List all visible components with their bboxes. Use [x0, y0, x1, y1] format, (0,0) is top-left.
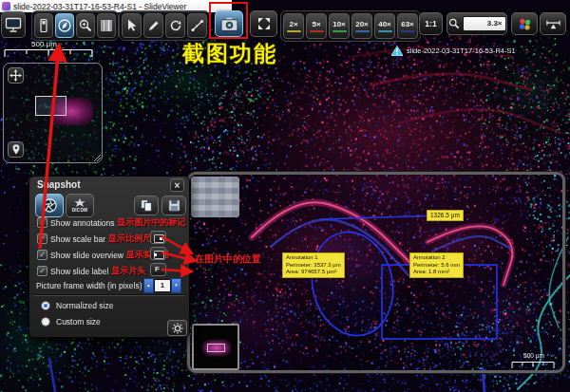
scalebar-cn-note: 显示比例尺 — [108, 233, 151, 245]
warning-icon — [391, 46, 403, 56]
zoom-2x-label: 2× — [289, 20, 297, 28]
overview-position-button[interactable] — [150, 247, 166, 260]
snapshot-mode-button[interactable] — [35, 194, 64, 217]
magnification-group: 2× 5× 10× 20× 40× 63× — [280, 10, 421, 42]
slideviewer-window: 500 μm 1326.5 μm Annotation 1 Perimeter:… — [0, 0, 570, 392]
frame-width-down-button[interactable]: ▼ — [171, 278, 181, 293]
preview-scale-label: 500 μm — [513, 352, 555, 359]
slide-tool-button[interactable] — [34, 13, 53, 38]
gear-icon — [172, 323, 183, 334]
display-settings-button[interactable] — [1, 11, 26, 38]
barcode-icon — [99, 18, 114, 33]
annotation-2-label: Annotation 2 Perimeter: 5.6 mm Area: 1.8… — [409, 252, 464, 278]
frame-width-up-button[interactable]: ▲ — [143, 278, 154, 293]
pin-icon — [10, 143, 22, 156]
frame-width-spinner: ▲ 1 ▼ — [143, 278, 181, 293]
annotation-2-perimeter: Perimeter: 5.6 mm — [413, 262, 460, 270]
annotation-1-label: Annotation 1 Perimeter: 3537.3 μm Area: … — [282, 252, 345, 278]
snapshot-settings-button[interactable] — [167, 320, 187, 336]
draw-annotation-button[interactable] — [143, 13, 163, 38]
snapshot-close-button[interactable]: × — [170, 178, 184, 192]
window-title: slide-2022-03-31T17-16-53-R4-S1 - SlideV… — [13, 2, 186, 11]
magnifier-icon — [78, 18, 93, 33]
snapshot-dialog-title: Snapshot — [37, 179, 81, 190]
levels-adjust-button[interactable] — [540, 12, 566, 35]
zoom-63x-label: 63× — [401, 20, 414, 28]
show-annotations-row: ✓ Show annotations 显示图片中的标记 — [37, 216, 186, 229]
custom-size-option[interactable]: Custom size — [41, 316, 101, 327]
zoom-40x-button[interactable]: 40× — [374, 13, 395, 39]
show-scalebar-row: ✓ Show scale bar 显示比例尺 — [37, 233, 151, 245]
normalized-size-option[interactable]: Normalized size — [41, 300, 113, 311]
resize-handle[interactable] — [92, 153, 102, 162]
show-annotations-checkbox[interactable]: ✓ — [37, 217, 48, 228]
zoom-5x-button[interactable]: 5× — [306, 13, 327, 39]
snapshot-dialog: Snapshot × DICOM ✓ Show annota — [28, 176, 190, 338]
corner-dot — [154, 253, 157, 256]
zoom-level-input[interactable]: 3.3× — [463, 16, 506, 31]
slide-overview-panel — [3, 63, 103, 163]
measure-tool-button[interactable] — [187, 13, 207, 38]
pan-mode-button[interactable] — [8, 67, 24, 84]
select-annotation-button[interactable] — [122, 13, 142, 38]
zoom-20x-button[interactable]: 20× — [352, 13, 372, 39]
overview-viewport-rect[interactable] — [35, 96, 66, 116]
zoom-2x-button[interactable]: 2× — [283, 13, 304, 39]
zoom-tool-button[interactable] — [76, 13, 95, 38]
channel-colors-button[interactable] — [511, 12, 538, 35]
dicom-mode-button[interactable]: DICOM — [66, 194, 94, 217]
zoom-63x-underline — [401, 30, 415, 32]
custom-size-label: Custom size — [56, 317, 101, 327]
slidelabel-cn-note: 显示片头 — [111, 265, 145, 277]
rotate-icon — [168, 18, 183, 33]
save-snapshot-button[interactable] — [162, 196, 186, 215]
shutter-icon — [42, 197, 58, 214]
preview-slide-overview — [192, 324, 239, 370]
show-overview-checkbox[interactable]: ✓ — [37, 250, 48, 260]
transform-annotation-button[interactable] — [165, 13, 185, 38]
monitor-icon — [5, 17, 22, 33]
overview-navigator-button[interactable] — [55, 13, 74, 38]
annotations-cn-note: 显示图片中的标记 — [118, 216, 186, 229]
barcode-button[interactable] — [97, 13, 116, 38]
normalized-size-radio[interactable] — [41, 301, 50, 310]
position-cn-note: 在图片中的位置 — [195, 252, 261, 266]
navigation-tool-group — [31, 10, 119, 41]
scalebar-position-button[interactable] — [150, 231, 166, 244]
compass-icon — [57, 18, 72, 33]
copy-icon — [139, 198, 154, 213]
annotation-1-title: Annotation 1 — [286, 254, 341, 262]
zoom-63x-button[interactable]: 63× — [397, 13, 418, 39]
annotation-tool-group — [119, 10, 210, 41]
move-icon — [10, 69, 22, 82]
show-slidelabel-checkbox[interactable]: ✓ — [37, 266, 48, 276]
fullscreen-icon — [256, 16, 272, 31]
zoom-20x-label: 20× — [355, 20, 369, 28]
slide-name-badge: slide-2022-03-31T17-16-53-R4-S1 — [391, 46, 516, 56]
measurement-label: 1326.5 μm — [427, 210, 464, 221]
annotation-2-area: Area: 1.8 mm² — [413, 269, 460, 276]
show-scalebar-label: Show scale bar — [50, 234, 105, 244]
zoom-10x-underline — [332, 30, 347, 32]
actual-size-label: 1:1 — [425, 19, 436, 28]
overview-scale-label: 500 μm — [31, 40, 57, 48]
actual-size-button[interactable]: 1:1 — [419, 12, 443, 35]
slide-name-text: slide-2022-03-31T17-16-53-R4-S1 — [407, 47, 516, 55]
slidelabel-position-button[interactable]: F — [150, 263, 166, 276]
custom-size-radio[interactable] — [41, 317, 50, 327]
copy-to-clipboard-button[interactable] — [134, 196, 159, 215]
pointer-icon — [124, 18, 140, 33]
locate-position-button[interactable] — [8, 141, 24, 158]
dialog-divider — [33, 294, 185, 296]
rgb-channels-icon — [517, 16, 533, 32]
fullscreen-button[interactable] — [250, 10, 277, 37]
levels-icon — [545, 17, 561, 31]
show-scalebar-checkbox[interactable]: ✓ — [37, 233, 48, 244]
annotation-1-perimeter: Perimeter: 3537.3 μm — [286, 262, 341, 270]
snapshot-highlight-box — [209, 2, 248, 39]
slide-icon — [36, 18, 51, 33]
frame-width-value[interactable]: 1 — [154, 279, 171, 292]
show-slidelabel-row: ✓ Show slide label 显示片头 — [37, 265, 145, 277]
zoom-10x-button[interactable]: 10× — [329, 13, 350, 39]
annotation-1-area: Area: 974657.5 μm² — [286, 269, 341, 276]
